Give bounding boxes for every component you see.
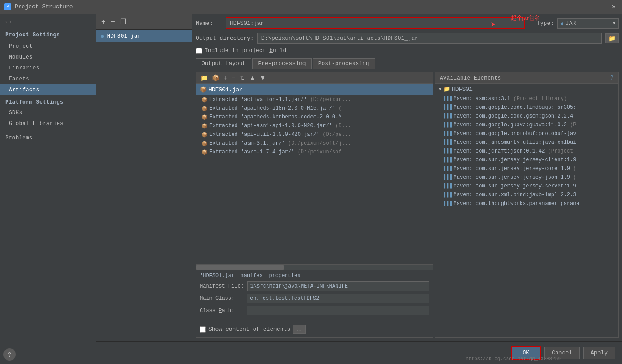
sidebar-problems[interactable]: Problems (0, 132, 96, 143)
manifest-file-input[interactable] (247, 281, 429, 291)
help-button[interactable]: ? (3, 348, 16, 361)
class-path-label: Class Path: (200, 308, 243, 314)
maven-item-13[interactable]: ▐▐▐ Maven: com.thoughtworks.paranamer:pa… (435, 199, 618, 208)
panel-toolbar: 📁 📦 + − ⇅ ▲ ▼ (196, 72, 433, 84)
output-dir-input[interactable] (257, 33, 602, 44)
jar-name: HDFS01.jar (208, 87, 243, 93)
main-content: + − ❐ ◆ HDFS01:jar 起个jar包名 ➤ (96, 14, 622, 364)
tab-output-layout[interactable]: Output Layout (196, 58, 251, 69)
main-class-input[interactable] (247, 294, 429, 303)
ext-icon-4: 📦 (202, 123, 208, 129)
ext-icon-7: 📦 (202, 149, 208, 155)
ext-text-2: Extracted 'apacheds-i18n-2.0.0-M15.jar/'… (209, 105, 341, 111)
panel-sort-btn[interactable]: ⇅ (238, 74, 246, 82)
panel-down-btn[interactable]: ▼ (258, 74, 267, 82)
maven-item-2[interactable]: ▐▐▐ Maven: com.google.code.findbugs:jsr3… (435, 103, 618, 112)
sidebar-item-facets[interactable]: Facets (0, 73, 96, 84)
copy-artifact-button[interactable]: ❐ (118, 17, 128, 27)
elements-title: Available Elements (440, 75, 501, 81)
maven-text-11: Maven: com.sun.jersey:jersey-server:1.9 (454, 183, 577, 189)
apply-button[interactable]: Apply (583, 347, 615, 359)
folder-name: HDFS01 (452, 86, 473, 93)
add-artifact-button[interactable]: + (100, 17, 107, 27)
maven-bar-7: ▐▐▐ (442, 148, 452, 154)
ext-text-3: Extracted 'apacheds-kerberos-codec-2.0.0… (209, 114, 341, 120)
dots-button[interactable]: ... (293, 325, 306, 334)
output-dir-row: Output directory: 📁 (196, 33, 619, 44)
panel-up-btn[interactable]: ▲ (248, 74, 257, 82)
artifact-name: HDFS01:jar (107, 33, 141, 39)
type-dropdown-arrow: ▼ (613, 21, 615, 26)
sidebar-item-artifacts[interactable]: Artifacts (0, 84, 96, 95)
close-button[interactable]: × (610, 3, 618, 11)
ext-icon-5: 📦 (202, 132, 208, 138)
manifest-file-label: Manifest File: (200, 283, 244, 289)
artifact-icon: ◆ (101, 32, 104, 40)
app-icon: P (4, 3, 11, 10)
extracted-item-4: 📦 Extracted 'api-asn1-api-1.0.0-M20.jar/… (196, 121, 433, 130)
maven-item-9[interactable]: ▐▐▐ Maven: com.sun.jersey:jersey-core:1.… (435, 164, 618, 173)
maven-item-10[interactable]: ▐▐▐ Maven: com.sun.jersey:jersey-json:1.… (435, 173, 618, 182)
ext-text-7: Extracted 'avro-1.7.4.jar/' (D:/peixun/s… (209, 149, 351, 155)
extracted-list: 📦 Extracted 'activation-1.1.jar/' (D:/pe… (196, 95, 433, 264)
maven-text-13: Maven: com.thoughtworks.paranamer:parana (454, 201, 580, 207)
sidebar-item-libraries[interactable]: Libraries (0, 62, 96, 73)
maven-text-6: Maven: com.jamesmurty.utils:java-xmlbui (454, 139, 577, 146)
panel-remove-btn[interactable]: − (230, 74, 236, 82)
name-input[interactable] (226, 17, 525, 29)
nav-forward-button[interactable]: › (9, 17, 11, 25)
maven-item-3[interactable]: ▐▐▐ Maven: com.google.code.gson:gson:2.2… (435, 112, 618, 121)
maven-bar-13: ▐▐▐ (442, 201, 452, 207)
panel-add-btn[interactable]: + (222, 74, 229, 82)
maven-bar-1: ▐▐▐ (442, 96, 452, 102)
maven-item-11[interactable]: ▐▐▐ Maven: com.sun.jersey:jersey-server:… (435, 182, 618, 191)
maven-bar-9: ▐▐▐ (442, 166, 452, 172)
maven-bar-2: ▐▐▐ (442, 104, 452, 111)
panel-folder-btn[interactable]: 📁 (199, 74, 209, 82)
extracted-item-1: 📦 Extracted 'activation-1.1.jar/' (D:/pe… (196, 95, 433, 104)
project-settings-label: Project Settings (0, 29, 96, 41)
maven-bar-5: ▐▐▐ (442, 131, 452, 137)
sidebar-item-modules[interactable]: Modules (0, 52, 96, 62)
manifest-title: 'HDFS01.jar' manifest properties: (200, 273, 429, 279)
main-class-row: Main Class: (200, 294, 429, 303)
type-dropdown[interactable]: ◆ JAR ▼ (557, 18, 619, 29)
maven-bar-10: ▐▐▐ (442, 174, 452, 180)
manifest-section: 'HDFS01.jar' manifest properties: Manife… (196, 270, 433, 321)
jar-header: 📦 HDFS01.jar (196, 84, 433, 95)
maven-item-6[interactable]: ▐▐▐ Maven: com.jamesmurty.utils:java-xml… (435, 138, 618, 147)
elements-help[interactable]: ? (610, 74, 614, 81)
horizontal-scrollbar[interactable] (196, 264, 433, 270)
maven-item-7[interactable]: ▐▐▐ Maven: com.jcraft:jsch:0.1.42 (Proje… (435, 147, 618, 156)
maven-item-1[interactable]: ▐▐▐ Maven: asm:asm:3.1 (Project Library) (435, 94, 618, 103)
folder-arrow: ▼ (439, 87, 441, 92)
show-content-checkbox[interactable] (200, 326, 206, 333)
tab-pre-processing[interactable]: Pre-processing (252, 58, 311, 69)
artifact-list-item[interactable]: ◆ HDFS01:jar (96, 30, 192, 42)
tab-post-processing[interactable]: Post-processing (313, 58, 375, 69)
ext-icon-3: 📦 (202, 114, 208, 120)
sidebar-item-project[interactable]: Project (0, 41, 96, 52)
maven-item-5[interactable]: ▐▐▐ Maven: com.google.protobuf:protobuf-… (435, 129, 618, 138)
sidebar-item-sdks[interactable]: SDKs (0, 107, 96, 118)
annotation-arrow: ➤ (491, 19, 496, 30)
maven-text-12: Maven: com.sun.xml.bind:jaxb-impl:2.2.3 (454, 192, 577, 198)
include-checkbox[interactable] (196, 48, 202, 54)
remove-artifact-button[interactable]: − (109, 17, 116, 27)
panel-jar-btn[interactable]: 📦 (211, 74, 221, 82)
maven-bar-11: ▐▐▐ (442, 183, 452, 189)
ext-icon-2: 📦 (202, 106, 208, 111)
sidebar-item-global-libraries[interactable]: Global Libraries (0, 118, 96, 129)
maven-text-1: Maven: asm:asm:3.1 (Project Library) (454, 96, 567, 102)
maven-item-8[interactable]: ▐▐▐ Maven: com.sun.jersey:jersey-client:… (435, 156, 618, 164)
class-path-input[interactable] (247, 306, 429, 315)
artifact-toolbar: + − ❐ (96, 14, 192, 30)
type-value: JAR (566, 20, 576, 27)
browse-button[interactable]: 📁 (605, 33, 619, 43)
maven-item-12[interactable]: ▐▐▐ Maven: com.sun.xml.bind:jaxb-impl:2.… (435, 191, 618, 199)
maven-bar-6: ▐▐▐ (442, 139, 452, 146)
maven-item-4[interactable]: ▐▐▐ Maven: com.google.guava:guava:11.0.2… (435, 121, 618, 129)
tree-folder-hdfs01[interactable]: ▼ 📁 HDFS01 (435, 84, 618, 94)
window-title: Project Structure (15, 3, 73, 10)
nav-back-button[interactable]: ‹ (5, 17, 7, 25)
